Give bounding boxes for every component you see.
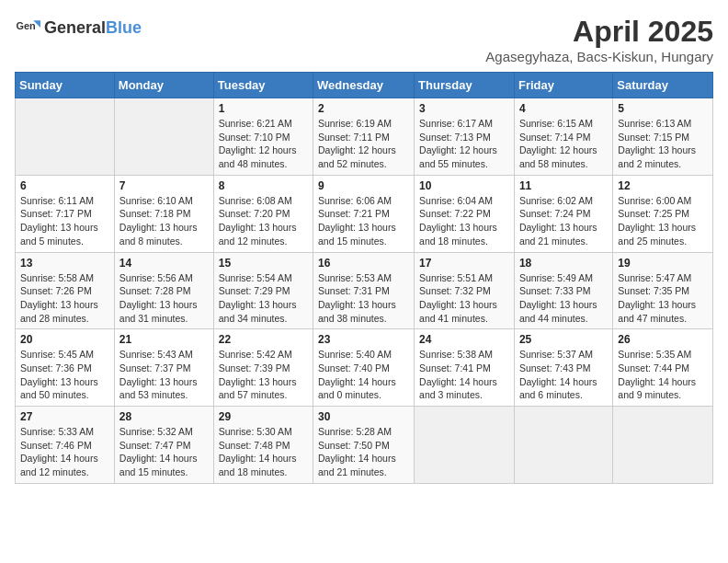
day-cell: 13Sunrise: 5:58 AM Sunset: 7:26 PM Dayli… <box>16 252 115 329</box>
day-number: 1 <box>219 102 308 115</box>
day-number: 7 <box>119 179 209 192</box>
day-number: 17 <box>419 257 509 270</box>
day-cell: 27Sunrise: 5:33 AM Sunset: 7:46 PM Dayli… <box>16 407 115 484</box>
day-number: 18 <box>519 257 608 270</box>
day-number: 11 <box>519 179 608 192</box>
day-number: 15 <box>219 257 308 270</box>
day-number: 22 <box>219 333 308 346</box>
weekday-header-wednesday: Wednesday <box>313 73 415 98</box>
day-number: 9 <box>318 179 409 192</box>
day-info: Sunrise: 6:04 AM Sunset: 7:22 PM Dayligh… <box>419 194 509 248</box>
day-number: 3 <box>419 102 509 115</box>
day-info: Sunrise: 5:33 AM Sunset: 7:46 PM Dayligh… <box>20 425 109 479</box>
day-number: 23 <box>318 333 409 346</box>
weekday-header-monday: Monday <box>114 73 213 98</box>
day-number: 12 <box>618 179 708 192</box>
day-number: 21 <box>119 333 209 346</box>
day-info: Sunrise: 5:28 AM Sunset: 7:50 PM Dayligh… <box>318 425 409 479</box>
logo-blue-text: Blue <box>106 18 142 37</box>
day-info: Sunrise: 5:30 AM Sunset: 7:48 PM Dayligh… <box>219 425 308 479</box>
day-info: Sunrise: 6:02 AM Sunset: 7:24 PM Dayligh… <box>519 194 608 248</box>
main-title: April 2025 <box>485 15 713 49</box>
day-info: Sunrise: 6:00 AM Sunset: 7:25 PM Dayligh… <box>618 194 708 248</box>
svg-text:Gen: Gen <box>17 20 36 31</box>
day-cell: 1Sunrise: 6:21 AM Sunset: 7:10 PM Daylig… <box>213 98 313 176</box>
day-cell: 30Sunrise: 5:28 AM Sunset: 7:50 PM Dayli… <box>313 407 415 484</box>
subtitle: Agasegyhaza, Bacs-Kiskun, Hungary <box>485 49 713 64</box>
day-info: Sunrise: 6:10 AM Sunset: 7:18 PM Dayligh… <box>119 194 209 248</box>
day-info: Sunrise: 5:37 AM Sunset: 7:43 PM Dayligh… <box>519 348 608 402</box>
day-number: 10 <box>419 179 509 192</box>
day-number: 14 <box>119 257 209 270</box>
day-info: Sunrise: 5:35 AM Sunset: 7:44 PM Dayligh… <box>618 348 708 402</box>
day-number: 20 <box>20 333 109 346</box>
day-number: 28 <box>119 410 209 423</box>
day-cell: 2Sunrise: 6:19 AM Sunset: 7:11 PM Daylig… <box>313 98 415 176</box>
day-info: Sunrise: 5:49 AM Sunset: 7:33 PM Dayligh… <box>519 271 608 326</box>
logo-general-text: General <box>44 18 106 37</box>
day-cell: 25Sunrise: 5:37 AM Sunset: 7:43 PM Dayli… <box>514 329 612 407</box>
weekday-header-friday: Friday <box>514 73 612 98</box>
day-info: Sunrise: 6:08 AM Sunset: 7:20 PM Dayligh… <box>219 194 308 248</box>
day-cell <box>114 98 213 176</box>
weekday-header-saturday: Saturday <box>613 73 713 98</box>
day-info: Sunrise: 5:42 AM Sunset: 7:39 PM Dayligh… <box>219 348 308 402</box>
week-row-1: 1Sunrise: 6:21 AM Sunset: 7:10 PM Daylig… <box>16 98 713 176</box>
day-cell: 22Sunrise: 5:42 AM Sunset: 7:39 PM Dayli… <box>213 329 313 407</box>
day-number: 19 <box>618 257 708 270</box>
day-cell: 21Sunrise: 5:43 AM Sunset: 7:37 PM Dayli… <box>114 329 213 407</box>
week-row-5: 27Sunrise: 5:33 AM Sunset: 7:46 PM Dayli… <box>16 407 713 484</box>
day-number: 4 <box>519 102 608 115</box>
day-info: Sunrise: 5:56 AM Sunset: 7:28 PM Dayligh… <box>119 271 209 326</box>
day-cell: 17Sunrise: 5:51 AM Sunset: 7:32 PM Dayli… <box>415 252 515 329</box>
day-info: Sunrise: 5:58 AM Sunset: 7:26 PM Dayligh… <box>20 271 109 326</box>
day-cell: 11Sunrise: 6:02 AM Sunset: 7:24 PM Dayli… <box>514 175 612 252</box>
day-cell: 14Sunrise: 5:56 AM Sunset: 7:28 PM Dayli… <box>114 252 213 329</box>
weekday-header-tuesday: Tuesday <box>213 73 313 98</box>
day-cell: 4Sunrise: 6:15 AM Sunset: 7:14 PM Daylig… <box>514 98 612 176</box>
day-number: 25 <box>519 333 608 346</box>
day-info: Sunrise: 6:15 AM Sunset: 7:14 PM Dayligh… <box>519 117 608 171</box>
day-info: Sunrise: 5:45 AM Sunset: 7:36 PM Dayligh… <box>20 348 109 402</box>
day-cell: 15Sunrise: 5:54 AM Sunset: 7:29 PM Dayli… <box>213 252 313 329</box>
day-cell: 5Sunrise: 6:13 AM Sunset: 7:15 PM Daylig… <box>613 98 713 176</box>
day-cell: 23Sunrise: 5:40 AM Sunset: 7:40 PM Dayli… <box>313 329 415 407</box>
day-cell <box>613 407 713 484</box>
day-number: 27 <box>20 410 109 423</box>
day-cell <box>415 407 515 484</box>
day-info: Sunrise: 5:51 AM Sunset: 7:32 PM Dayligh… <box>419 271 509 326</box>
day-cell <box>16 98 115 176</box>
weekday-header-sunday: Sunday <box>16 73 115 98</box>
calendar-table: SundayMondayTuesdayWednesdayThursdayFrid… <box>15 72 713 484</box>
day-cell: 3Sunrise: 6:17 AM Sunset: 7:13 PM Daylig… <box>415 98 515 176</box>
day-info: Sunrise: 5:54 AM Sunset: 7:29 PM Dayligh… <box>219 271 308 326</box>
day-info: Sunrise: 6:21 AM Sunset: 7:10 PM Dayligh… <box>219 117 308 171</box>
day-number: 2 <box>318 102 409 115</box>
day-info: Sunrise: 5:40 AM Sunset: 7:40 PM Dayligh… <box>318 348 409 402</box>
logo-icon: Gen <box>15 15 40 40</box>
day-cell: 29Sunrise: 5:30 AM Sunset: 7:48 PM Dayli… <box>213 407 313 484</box>
day-info: Sunrise: 6:13 AM Sunset: 7:15 PM Dayligh… <box>618 117 708 171</box>
day-number: 30 <box>318 410 409 423</box>
day-cell: 6Sunrise: 6:11 AM Sunset: 7:17 PM Daylig… <box>16 175 115 252</box>
day-number: 29 <box>219 410 308 423</box>
day-number: 8 <box>219 179 308 192</box>
day-cell: 7Sunrise: 6:10 AM Sunset: 7:18 PM Daylig… <box>114 175 213 252</box>
day-info: Sunrise: 6:11 AM Sunset: 7:17 PM Dayligh… <box>20 194 109 248</box>
day-cell: 12Sunrise: 6:00 AM Sunset: 7:25 PM Dayli… <box>613 175 713 252</box>
week-row-3: 13Sunrise: 5:58 AM Sunset: 7:26 PM Dayli… <box>16 252 713 329</box>
day-number: 26 <box>618 333 708 346</box>
day-cell: 18Sunrise: 5:49 AM Sunset: 7:33 PM Dayli… <box>514 252 612 329</box>
day-number: 16 <box>318 257 409 270</box>
day-info: Sunrise: 5:53 AM Sunset: 7:31 PM Dayligh… <box>318 271 409 326</box>
day-info: Sunrise: 5:47 AM Sunset: 7:35 PM Dayligh… <box>618 271 708 326</box>
day-number: 24 <box>419 333 509 346</box>
day-info: Sunrise: 6:19 AM Sunset: 7:11 PM Dayligh… <box>318 117 409 171</box>
day-cell: 19Sunrise: 5:47 AM Sunset: 7:35 PM Dayli… <box>613 252 713 329</box>
day-cell: 28Sunrise: 5:32 AM Sunset: 7:47 PM Dayli… <box>114 407 213 484</box>
day-info: Sunrise: 5:32 AM Sunset: 7:47 PM Dayligh… <box>119 425 209 479</box>
day-info: Sunrise: 6:17 AM Sunset: 7:13 PM Dayligh… <box>419 117 509 171</box>
day-number: 5 <box>618 102 708 115</box>
logo: Gen GeneralBlue <box>15 15 142 40</box>
day-cell: 16Sunrise: 5:53 AM Sunset: 7:31 PM Dayli… <box>313 252 415 329</box>
